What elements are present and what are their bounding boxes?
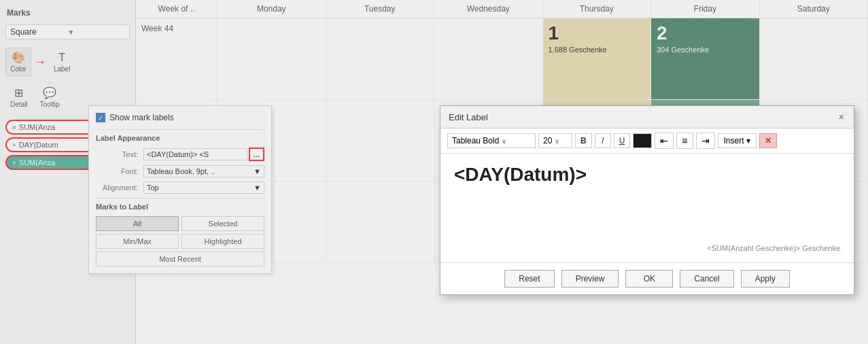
bold-button[interactable]: B — [575, 133, 592, 148]
dialog-title-bar: Edit Label × — [440, 106, 854, 128]
ok-button[interactable]: OK — [625, 270, 673, 288]
font-name-value: Tableau Bold — [452, 136, 499, 145]
align-right-button[interactable]: ⇥ — [696, 133, 715, 149]
sum-geschenke-display: <SUM(Anzahl Geschenke)> Geschenke — [707, 244, 840, 252]
font-name-select[interactable]: Tableau Bold ∨ — [447, 133, 536, 148]
edit-label-dialog: Edit Label × Tableau Bold ∨ 20 ∨ B I U — [440, 105, 854, 295]
align-left-button[interactable]: ⇤ — [655, 133, 674, 149]
align-center-button[interactable]: ≡ — [676, 133, 693, 149]
dialog-toolbar: Tableau Bold ∨ 20 ∨ B I U ⇤ ≡ ⇥ Insert — [440, 128, 854, 154]
cancel-button[interactable]: Cancel — [680, 270, 733, 288]
preview-button[interactable]: Preview — [561, 270, 619, 288]
italic-button[interactable]: I — [595, 133, 611, 148]
font-size-value: 20 — [543, 136, 552, 145]
clear-button[interactable]: ✕ — [759, 133, 777, 148]
insert-arrow: ▾ — [746, 136, 750, 145]
font-name-arrow: ∨ — [502, 137, 506, 145]
dialog-content: <DAY(Datum)> <SUM(Anzahl Geschenke)> Ges… — [440, 154, 854, 262]
reset-button[interactable]: Reset — [504, 270, 554, 288]
insert-button[interactable]: Insert ▾ — [718, 133, 757, 148]
dialog-close-button[interactable]: × — [837, 111, 846, 122]
dialog-title: Edit Label — [449, 112, 488, 122]
font-size-arrow: ∨ — [555, 137, 559, 145]
day-datum-display: <DAY(Datum)> — [454, 164, 840, 186]
font-size-select[interactable]: 20 ∨ — [538, 133, 572, 148]
dialog-footer: Reset Preview OK Cancel Apply — [440, 262, 854, 294]
insert-label: Insert — [724, 136, 744, 145]
text-color-swatch[interactable] — [633, 133, 652, 148]
underline-button[interactable]: U — [614, 133, 631, 148]
apply-button[interactable]: Apply — [741, 270, 790, 288]
dialog-overlay: Edit Label × Tableau Bold ∨ 20 ∨ B I U — [0, 0, 868, 344]
text-color-inner — [636, 136, 649, 145]
